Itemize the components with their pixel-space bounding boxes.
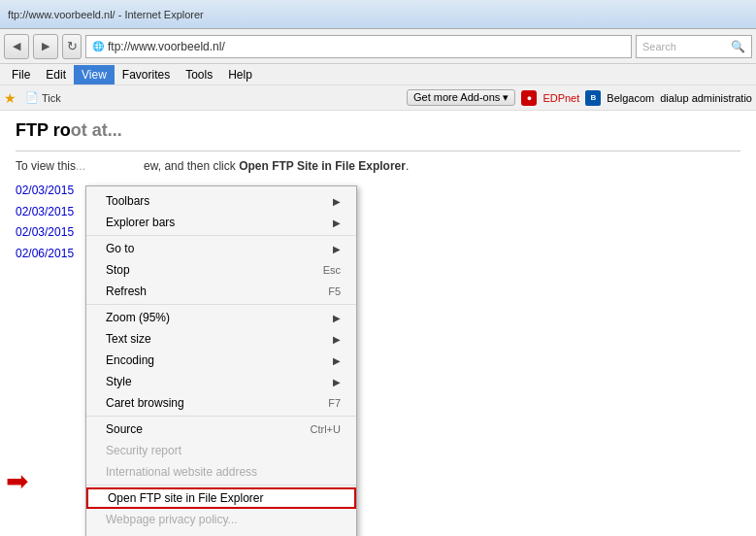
search-placeholder: Search xyxy=(642,41,676,52)
menu-bar: File Edit View Favorites Tools Help xyxy=(0,64,756,85)
page-title: FTP root at... xyxy=(16,120,740,141)
site-icon: 🌐 xyxy=(92,41,104,51)
dd-style-label: Style xyxy=(106,375,132,388)
menu-section-3: Zoom (95%) ▶ Text size ▶ Encoding ▶ Styl… xyxy=(86,305,356,417)
dd-privacy-policy-label: Webpage privacy policy... xyxy=(106,513,238,526)
dd-international: International website address xyxy=(86,461,356,483)
red-arrow-icon: ➡ xyxy=(6,468,28,495)
forward-button[interactable]: ▶ xyxy=(33,34,58,59)
bold-instruction: Open FTP Site in File Explorer xyxy=(239,159,406,173)
dd-encoding-arrow: ▶ xyxy=(333,355,341,366)
dd-open-ftp[interactable]: Open FTP site in File Explorer xyxy=(86,487,356,509)
title-bar-text: ftp://www.voorbeeld.nl/ - Internet Explo… xyxy=(8,9,204,20)
dd-refresh[interactable]: Refresh F5 xyxy=(86,281,356,302)
dd-goto-arrow: ▶ xyxy=(333,244,341,254)
dd-explorer-bars-label: Explorer bars xyxy=(106,216,175,229)
dd-encoding[interactable]: Encoding ▶ xyxy=(86,350,356,371)
dd-text-size[interactable]: Text size ▶ xyxy=(86,328,356,350)
menu-favorites[interactable]: Favorites xyxy=(115,65,178,84)
dd-goto-label: Go to xyxy=(106,242,134,255)
content-area: FTP root at... To view this... ew, and t… xyxy=(0,111,756,536)
dd-security-report-label: Security report xyxy=(106,444,181,457)
dd-zoom[interactable]: Zoom (95%) ▶ xyxy=(86,307,356,328)
dd-stop-shortcut: Esc xyxy=(323,264,341,276)
bookmark-right: Get more Add-ons ▾ ● EDPnet B Belgacom d… xyxy=(407,89,752,106)
dd-explorer-bars[interactable]: Explorer bars ▶ xyxy=(86,212,356,233)
get-addons-label: Get more Add-ons ▾ xyxy=(413,91,509,104)
dd-stop-label: Stop xyxy=(106,263,130,277)
dd-refresh-shortcut: F5 xyxy=(328,285,341,297)
dd-caret-shortcut: F7 xyxy=(328,397,341,409)
bookmarks-bar: ★ 📄 Tick Get more Add-ons ▾ ● EDPnet B B… xyxy=(0,85,756,111)
dd-full-screen[interactable]: Full screen F11 xyxy=(86,530,356,536)
menu-tools[interactable]: Tools xyxy=(178,65,220,84)
get-addons-button[interactable]: Get more Add-ons ▾ xyxy=(407,89,515,106)
nav-bar: ◀ ▶ ↻ 🌐 ftp://www.voorbeeld.nl/ Search 🔍 xyxy=(0,29,756,64)
bookmark-icon: 📄 xyxy=(25,91,39,104)
page-intro: To view this... ew, and then click Open … xyxy=(16,159,740,173)
dd-goto[interactable]: Go to ▶ xyxy=(86,238,356,259)
content-divider xyxy=(16,151,740,151)
menu-section-1: Toolbars ▶ Explorer bars ▶ xyxy=(86,188,356,236)
menu-section-5: Open FTP site in File Explorer Webpage p… xyxy=(86,486,356,536)
refresh-button[interactable]: ↻ xyxy=(62,34,82,59)
bookmark-label: Tick xyxy=(42,92,61,104)
edpnet-label: EDPnet xyxy=(542,92,579,104)
dd-refresh-label: Refresh xyxy=(106,285,147,298)
arrow-annotation: ➡ xyxy=(6,468,28,495)
menu-view[interactable]: View xyxy=(74,65,115,84)
back-button[interactable]: ◀ xyxy=(4,34,29,59)
dd-toolbars-label: Toolbars xyxy=(106,194,149,208)
dd-zoom-arrow: ▶ xyxy=(333,313,341,323)
menu-section-2: Go to ▶ Stop Esc Refresh F5 xyxy=(86,236,356,305)
dd-stop[interactable]: Stop Esc xyxy=(86,259,356,281)
dd-style[interactable]: Style ▶ xyxy=(86,371,356,392)
belgacom-logo: B xyxy=(585,90,601,106)
search-icon: 🔍 xyxy=(731,40,745,53)
dd-encoding-label: Encoding xyxy=(106,353,154,367)
dd-zoom-label: Zoom (95%) xyxy=(106,311,170,324)
belgacom-label: Belgacom xyxy=(607,92,654,104)
dd-style-arrow: ▶ xyxy=(333,377,341,387)
dd-text-size-arrow: ▶ xyxy=(333,334,341,345)
menu-file[interactable]: File xyxy=(4,65,38,84)
dialup-label: dialup administratio xyxy=(660,92,752,104)
dd-privacy-policy: Webpage privacy policy... xyxy=(86,509,356,530)
url-text: ftp://www.voorbeeld.nl/ xyxy=(108,40,625,53)
menu-section-4: Source Ctrl+U Security report Internatio… xyxy=(86,417,356,486)
dd-caret-browsing[interactable]: Caret browsing F7 xyxy=(86,392,356,414)
dd-toolbars-arrow: ▶ xyxy=(333,196,341,207)
dd-source[interactable]: Source Ctrl+U xyxy=(86,419,356,440)
address-bar[interactable]: 🌐 ftp://www.voorbeeld.nl/ xyxy=(85,35,632,58)
dd-text-size-label: Text size xyxy=(106,332,151,346)
title-bar: ftp://www.voorbeeld.nl/ - Internet Explo… xyxy=(0,0,756,29)
search-box[interactable]: Search 🔍 xyxy=(636,35,752,58)
view-dropdown-menu: Toolbars ▶ Explorer bars ▶ Go to ▶ Stop … xyxy=(85,185,357,536)
dd-international-label: International website address xyxy=(106,465,257,479)
menu-help[interactable]: Help xyxy=(220,65,260,84)
browser-window: ftp://www.voorbeeld.nl/ - Internet Explo… xyxy=(0,0,756,536)
dd-caret-browsing-label: Caret browsing xyxy=(106,396,184,410)
dd-source-label: Source xyxy=(106,422,143,436)
bookmark-tick[interactable]: 📄 Tick xyxy=(20,89,66,106)
favorites-star[interactable]: ★ xyxy=(4,90,16,106)
dd-open-ftp-label: Open FTP site in File Explorer xyxy=(108,491,264,505)
dd-source-shortcut: Ctrl+U xyxy=(311,423,341,435)
dd-security-report: Security report xyxy=(86,440,356,461)
dd-explorer-bars-arrow: ▶ xyxy=(333,218,341,228)
menu-edit[interactable]: Edit xyxy=(38,65,74,84)
edpnet-logo: ● xyxy=(521,90,537,106)
dd-toolbars[interactable]: Toolbars ▶ xyxy=(86,190,356,212)
